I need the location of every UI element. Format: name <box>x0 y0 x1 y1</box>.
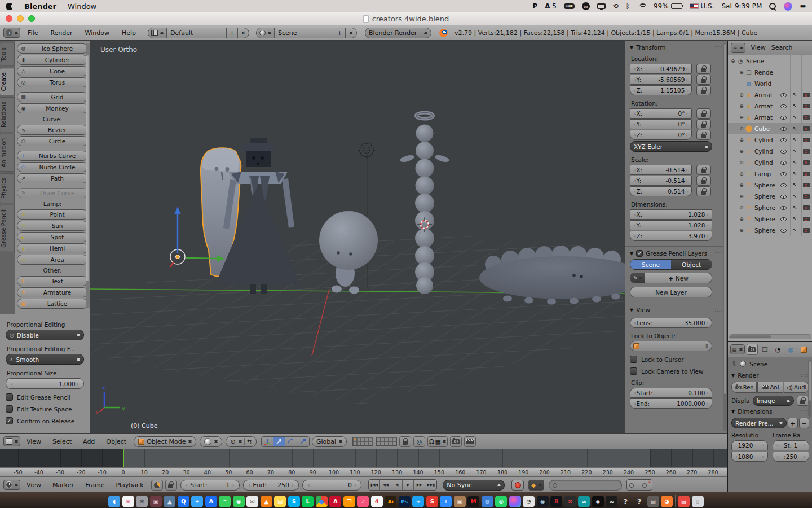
lock-button[interactable] <box>696 165 711 175</box>
current-frame-playhead[interactable] <box>123 449 124 467</box>
shelf-button[interactable]: Point <box>17 209 88 220</box>
delete-scene-button[interactable]: ✕ <box>345 28 356 38</box>
render-animation-button[interactable]: Ani <box>757 382 783 393</box>
dock-app-icon[interactable]: ▣ <box>454 496 466 507</box>
renderability-camera-icon[interactable] <box>803 172 810 176</box>
preset-remove-button[interactable]: − <box>799 418 809 428</box>
lock-to-scene-button[interactable] <box>399 436 411 447</box>
playback-button[interactable]: ▶▶▮ <box>425 480 436 490</box>
prop-size-slider[interactable]: 1.000 <box>6 378 84 389</box>
grease-pencil-panel-header[interactable]: ▼Grease Pencil Layers:::: <box>630 250 723 257</box>
airplay-icon[interactable] <box>597 3 606 9</box>
dock-app-icon[interactable]: ❝ <box>219 496 231 507</box>
shelf-button[interactable]: Circle <box>17 136 88 146</box>
tl-menu-view[interactable]: View <box>21 481 46 489</box>
notification-center-icon[interactable]: ≡ <box>800 2 806 11</box>
view-panel-header[interactable]: ▼View:::: <box>630 306 723 313</box>
rotate-manipulator-button[interactable] <box>285 437 297 446</box>
character-sphere-creature[interactable] <box>319 211 378 294</box>
dock-app-icon[interactable]: ▯ <box>692 496 704 507</box>
shelf-button[interactable]: Sun <box>17 221 88 231</box>
lock-button[interactable] <box>696 64 711 74</box>
vh-menu-view[interactable]: View <box>21 438 46 445</box>
menu-help[interactable]: Help <box>117 29 141 37</box>
gp-pencil-dropdown[interactable]: ✎ <box>630 273 645 283</box>
adobe-status-icon[interactable]: A 5 <box>545 2 557 10</box>
shelf-scrollbar[interactable] <box>86 43 90 308</box>
playback-button[interactable]: ▶ <box>403 480 414 490</box>
translate-manipulator-button[interactable] <box>273 437 285 446</box>
tab-render[interactable] <box>747 344 758 355</box>
render-still-button[interactable]: Ren <box>731 382 757 393</box>
shelf-button[interactable]: Cone <box>17 66 88 76</box>
tl-menu-frame[interactable]: Frame <box>80 481 109 489</box>
shelf-tab[interactable]: Create <box>0 68 15 95</box>
scale-manipulator-button[interactable] <box>297 437 309 446</box>
rotation-mode-dropdown[interactable]: XYZ Euler <box>630 141 712 152</box>
vh-menu-select[interactable]: Select <box>47 438 77 445</box>
expand-icon[interactable] <box>738 194 745 199</box>
expand-icon[interactable] <box>738 69 745 75</box>
dock-app-icon[interactable]: ♪ <box>357 496 369 507</box>
vh-menu-object[interactable]: Object <box>101 438 131 445</box>
shelf-tab[interactable]: Relations <box>0 97 15 132</box>
visibility-eye-icon[interactable] <box>780 93 787 97</box>
visibility-eye-icon[interactable] <box>780 206 787 210</box>
visibility-eye-icon[interactable] <box>780 229 787 233</box>
current-frame-field[interactable]: 0 <box>302 480 361 491</box>
selectability-cursor-icon[interactable]: ↖ <box>793 160 797 165</box>
dock-app-icon[interactable]: ✱ <box>136 496 148 507</box>
editor-type-properties-button[interactable]: ▤ <box>730 344 745 354</box>
viewport-3d[interactable]: User Ortho z y x (0) Cube <box>90 41 625 433</box>
lock-cursor-checkbox[interactable] <box>630 356 637 363</box>
prop-falloff-dropdown[interactable]: ∧Smooth <box>6 354 84 365</box>
outliner-row[interactable]: Sphere ↖ <box>728 225 812 236</box>
expand-icon[interactable] <box>738 216 745 222</box>
outliner-row[interactable]: World ↖ <box>728 78 812 89</box>
dock-app-icon[interactable]: ⊤ <box>440 496 452 507</box>
selectability-cursor-icon[interactable]: ↖ <box>793 171 797 177</box>
expand-icon[interactable] <box>738 171 745 177</box>
layer-selector[interactable] <box>352 437 397 446</box>
dock-app-icon[interactable]: ? <box>620 496 632 507</box>
display-lock-button[interactable] <box>797 396 809 406</box>
shelf-button[interactable]: Spot <box>17 232 88 242</box>
vh-menu-add[interactable]: Add <box>78 438 100 445</box>
expand-icon[interactable] <box>738 148 745 154</box>
opengl-render-button[interactable] <box>450 436 462 447</box>
renderability-camera-icon[interactable] <box>803 228 810 233</box>
menu-window[interactable]: Window <box>68 2 96 11</box>
dock-app-icon[interactable]: ✦ <box>191 496 203 507</box>
render-audio-button[interactable]: ◁)Audi <box>784 382 809 393</box>
expand-icon[interactable] <box>738 103 745 109</box>
gp-enable-checkbox[interactable] <box>636 250 643 257</box>
display-dropdown[interactable]: Image <box>753 396 795 406</box>
lock-button[interactable] <box>696 119 711 129</box>
window-titlebar[interactable]: creators 4wide.blend <box>0 12 812 25</box>
preview-range-button[interactable] <box>151 480 163 491</box>
snap-button[interactable]: Ω▦ <box>427 436 448 447</box>
clip-end-slider[interactable]: End:1000.000 <box>630 398 712 409</box>
gp-scene-button[interactable]: Scene <box>630 260 671 269</box>
dock-app-icon[interactable]: ▤ <box>647 496 659 507</box>
keying-set-type-dropdown[interactable]: ◆ <box>528 480 544 491</box>
dock-app-icon[interactable]: S <box>426 496 438 507</box>
expand-icon[interactable] <box>738 126 745 132</box>
eyedropper-icon[interactable]: ✎ <box>703 342 710 350</box>
dock-app-icon[interactable]: S <box>288 496 300 507</box>
tab-object[interactable] <box>798 344 810 355</box>
parallels-status-icon[interactable]: P <box>532 2 537 10</box>
resolution-x-slider[interactable]: 1920 <box>731 440 768 450</box>
outliner-row[interactable]: Armat ↖ <box>728 89 812 100</box>
editor-type-timeline-button[interactable] <box>3 480 20 490</box>
dock-app-icon[interactable]: M <box>467 496 479 507</box>
shelf-tab[interactable]: Physics <box>0 173 15 203</box>
shelf-button[interactable]: Text <box>17 276 88 286</box>
expand-icon[interactable] <box>738 227 745 233</box>
outliner-row[interactable]: Sphere ↖ <box>728 191 812 202</box>
pivot-align-icon[interactable]: ⇆ <box>244 438 252 445</box>
playback-button[interactable]: ◀◀ <box>380 480 391 490</box>
dock-app-icon[interactable]: Ai <box>385 496 396 507</box>
render-panel-header[interactable]: ▼Render:::: <box>731 372 809 379</box>
dock-app-icon[interactable]: ◔ <box>523 496 535 507</box>
